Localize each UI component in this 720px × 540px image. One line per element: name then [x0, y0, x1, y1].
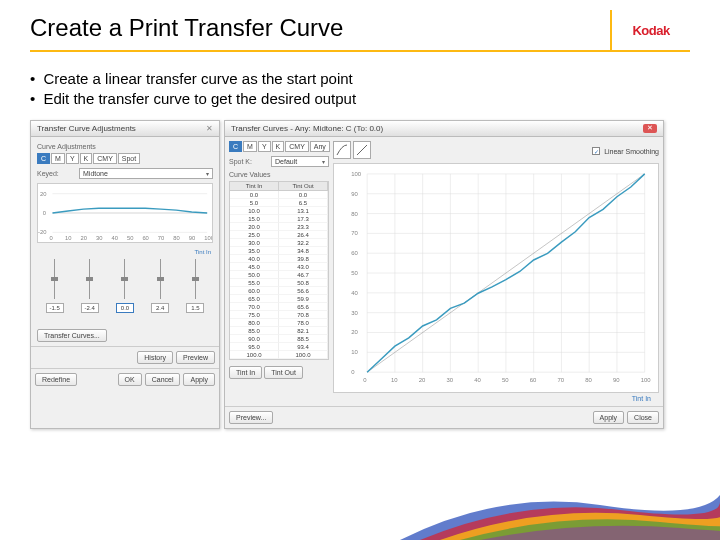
transfer-curve-chart[interactable]: 0102030405060708090100 01020304050607080…: [333, 163, 659, 393]
slider[interactable]: [54, 259, 55, 299]
page-title: Create a Print Transfer Curve: [30, 14, 610, 50]
redefine-button[interactable]: Redefine: [35, 373, 77, 386]
svg-text:-20: -20: [38, 229, 46, 235]
svg-line-17: [357, 145, 367, 155]
ink-y-button[interactable]: Y: [258, 141, 271, 152]
bullet-item: Edit the transfer curve to get the desir…: [30, 90, 690, 107]
slider-value[interactable]: 1.5: [186, 303, 204, 313]
slider[interactable]: [195, 259, 196, 299]
tint-in-axis-label: Tint In: [333, 393, 659, 402]
slider-value[interactable]: -2.4: [81, 303, 99, 313]
smoothing-label: Linear Smoothing: [604, 148, 659, 155]
table-header: Tint InTint Out: [229, 181, 329, 191]
svg-text:30: 30: [351, 310, 358, 316]
keyed-label: Keyed:: [37, 170, 75, 177]
ink-selector: C M Y K CMY Spot: [37, 153, 213, 164]
svg-text:40: 40: [474, 377, 481, 383]
keyed-dropdown[interactable]: Midtone: [79, 168, 213, 179]
slider-value[interactable]: 2.4: [151, 303, 169, 313]
svg-text:50: 50: [127, 235, 133, 241]
section-label: Curve Adjustments: [37, 143, 213, 150]
svg-text:20: 20: [81, 235, 87, 241]
curve-change-chart: 20 0 -20 0102030405060708090100: [37, 183, 213, 243]
bullet-item: Create a linear transfer curve as the st…: [30, 70, 690, 87]
svg-text:60: 60: [351, 250, 358, 256]
svg-text:40: 40: [351, 290, 358, 296]
decorative-swirl: [0, 480, 720, 540]
close-button[interactable]: Close: [627, 411, 659, 424]
close-icon[interactable]: ✕: [643, 124, 657, 133]
svg-text:60: 60: [530, 377, 537, 383]
slider-value[interactable]: -1.5: [46, 303, 64, 313]
svg-text:0: 0: [363, 377, 367, 383]
svg-text:10: 10: [351, 349, 358, 355]
svg-text:40: 40: [111, 235, 117, 241]
svg-text:100: 100: [641, 377, 652, 383]
slider[interactable]: [160, 259, 161, 299]
preview-button[interactable]: Preview: [176, 351, 215, 364]
svg-text:10: 10: [65, 235, 71, 241]
cancel-button[interactable]: Cancel: [145, 373, 181, 386]
ink-any-button[interactable]: Any: [310, 141, 330, 152]
svg-text:70: 70: [158, 235, 164, 241]
ink-spot-button[interactable]: Spot: [118, 153, 140, 164]
tint-out-button[interactable]: Tint Out: [264, 366, 303, 379]
ink-y-button[interactable]: Y: [66, 153, 79, 164]
svg-text:20: 20: [40, 191, 46, 197]
transfer-curves-dialog: Transfer Curves - Any: Midtone: C (To: 0…: [224, 120, 664, 429]
transfer-curve-adjustments-dialog: Transfer Curve Adjustments ✕ Curve Adjus…: [30, 120, 220, 429]
svg-text:90: 90: [613, 377, 620, 383]
curve-values-label: Curve Values: [229, 171, 329, 178]
svg-text:0: 0: [351, 369, 355, 375]
svg-text:20: 20: [351, 330, 358, 336]
line-tool-icon[interactable]: [353, 141, 371, 159]
svg-text:0: 0: [43, 210, 46, 216]
slider[interactable]: [89, 259, 90, 299]
svg-text:80: 80: [585, 377, 592, 383]
svg-text:70: 70: [351, 230, 358, 236]
ink-cmy-button[interactable]: CMY: [93, 153, 117, 164]
curve-values-table[interactable]: 0.00.05.06.510.013.115.017.320.023.325.0…: [229, 191, 329, 360]
ok-button[interactable]: OK: [118, 373, 142, 386]
svg-text:80: 80: [173, 235, 179, 241]
ink-k-button[interactable]: K: [272, 141, 285, 152]
history-button[interactable]: History: [137, 351, 173, 364]
svg-text:100: 100: [204, 235, 212, 241]
svg-text:30: 30: [96, 235, 102, 241]
ink-k-button[interactable]: K: [80, 153, 93, 164]
tint-in-button[interactable]: Tint In: [229, 366, 262, 379]
smoothing-checkbox[interactable]: [592, 147, 600, 155]
ink-c-button[interactable]: C: [229, 141, 242, 152]
svg-text:100: 100: [351, 171, 362, 177]
ink-cmy-button[interactable]: CMY: [285, 141, 309, 152]
close-icon[interactable]: ✕: [206, 124, 213, 133]
tint-in-label: Tint In: [37, 249, 213, 255]
spotk-dropdown[interactable]: Default: [271, 156, 329, 167]
svg-text:20: 20: [419, 377, 426, 383]
kodak-logo: Kodak: [610, 10, 690, 50]
svg-text:80: 80: [351, 211, 358, 217]
bullet-list: Create a linear transfer curve as the st…: [0, 52, 720, 118]
slider-row: [37, 259, 213, 299]
svg-text:50: 50: [502, 377, 509, 383]
curve-tool-icon[interactable]: [333, 141, 351, 159]
ink-m-button[interactable]: M: [51, 153, 65, 164]
apply-button[interactable]: Apply: [183, 373, 215, 386]
svg-text:60: 60: [142, 235, 148, 241]
svg-text:30: 30: [446, 377, 453, 383]
svg-text:10: 10: [391, 377, 398, 383]
dialog-title: Transfer Curves - Any: Midtone: C (To: 0…: [225, 121, 663, 137]
svg-text:90: 90: [189, 235, 195, 241]
apply-button[interactable]: Apply: [593, 411, 625, 424]
dialog-title: Transfer Curve Adjustments ✕: [31, 121, 219, 137]
slider[interactable]: [124, 259, 125, 299]
preview-button[interactable]: Preview...: [229, 411, 273, 424]
svg-text:50: 50: [351, 270, 358, 276]
ink-c-button[interactable]: C: [37, 153, 50, 164]
ink-m-button[interactable]: M: [243, 141, 257, 152]
svg-text:70: 70: [557, 377, 564, 383]
ink-selector: C M Y K CMY Any: [229, 141, 329, 152]
svg-text:90: 90: [351, 191, 358, 197]
slider-value[interactable]: 0.0: [116, 303, 134, 313]
transfer-curves-button[interactable]: Transfer Curves...: [37, 329, 107, 342]
